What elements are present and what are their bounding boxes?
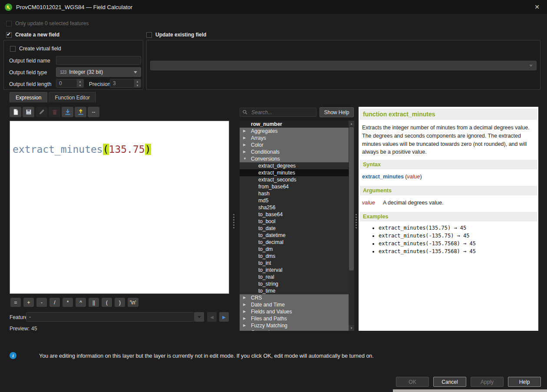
function-tree-item-to-datetime[interactable]: to_datetime xyxy=(240,232,349,239)
tab-expression[interactable]: Expression xyxy=(10,92,47,102)
operator-button-row: =+-/*^||()'\n' xyxy=(10,298,138,307)
tree-item-label: to_date xyxy=(258,225,276,231)
chevron-collapsed-icon[interactable]: ▶ xyxy=(243,315,246,322)
update-existing-field-checkbox[interactable]: Update existing field xyxy=(146,32,206,38)
new-expression-icon xyxy=(12,109,19,115)
operator-button-symbol[interactable]: + xyxy=(23,298,34,307)
scroll-down-icon[interactable]: ▼ xyxy=(349,325,354,331)
function-tree-item-fields-and-values[interactable]: ▶Fields and Values xyxy=(240,308,349,315)
operator-button-symbol[interactable]: ( xyxy=(102,298,112,307)
operator-button-symbol[interactable]: * xyxy=(63,298,73,307)
chevron-collapsed-icon[interactable]: ▶ xyxy=(243,322,246,329)
function-tree-item-to-real[interactable]: to_real xyxy=(240,273,349,280)
scrollbar-thumb[interactable] xyxy=(349,127,354,270)
export-expression-button[interactable] xyxy=(75,107,86,117)
operator-button-symbol[interactable]: ) xyxy=(115,298,125,307)
function-tree-item-to-date[interactable]: to_date xyxy=(240,225,349,232)
help-button[interactable]: Help xyxy=(508,377,541,387)
function-tree-item-from-base64[interactable]: from_base64 xyxy=(240,183,349,190)
next-feature-button[interactable]: ▶ xyxy=(219,312,229,322)
checkbox-icon xyxy=(6,21,12,26)
function-tree-item-to-interval[interactable]: to_interval xyxy=(240,267,349,273)
chevron-collapsed-icon[interactable]: ▶ xyxy=(243,135,246,142)
chevron-collapsed-icon[interactable]: ▶ xyxy=(243,142,246,148)
function-tree-item-fuzzy-matching[interactable]: ▶Fuzzy Matching xyxy=(240,322,349,329)
save-expression-button[interactable] xyxy=(23,107,34,117)
function-tree-item-to-dm[interactable]: to_dm xyxy=(240,246,349,253)
title-bar[interactable]: ProvCM01012021_WGS84 — Field Calculator … xyxy=(0,0,547,14)
function-tree-item-to-int[interactable]: to_int xyxy=(240,260,349,267)
function-tree-item-arrays[interactable]: ▶Arrays xyxy=(240,135,349,142)
feature-value: - xyxy=(29,314,31,320)
function-tree-item-date-and-time[interactable]: ▶Date and Time xyxy=(240,301,349,308)
function-tree-item-sha256[interactable]: sha256 xyxy=(240,204,349,211)
operator-button-symbol[interactable]: || xyxy=(89,298,99,307)
feature-dropdown-button[interactable] xyxy=(194,312,204,322)
function-tree-item-conversions[interactable]: ▼Conversions xyxy=(240,155,349,162)
function-tree-item-hash[interactable]: hash xyxy=(240,190,349,197)
splitter-handle[interactable] xyxy=(233,214,235,228)
function-tree-item-general[interactable]: ▶General xyxy=(240,329,349,331)
close-icon[interactable]: ✕ xyxy=(532,2,542,12)
cancel-button[interactable]: Cancel xyxy=(433,377,466,387)
precision-value: 3 xyxy=(113,80,116,86)
tree-item-label: sha256 xyxy=(258,204,275,211)
precision-spinner[interactable]: 3 ▲▼ xyxy=(110,79,141,88)
chevron-down-icon xyxy=(198,316,201,318)
dash-icon[interactable]: -- xyxy=(88,107,99,117)
operator-button-n[interactable]: '\n' xyxy=(128,298,138,307)
function-tree-item-to-base64[interactable]: to_base64 xyxy=(240,211,349,218)
apply-button: Apply xyxy=(471,377,504,387)
function-tree-item-conditionals[interactable]: ▶Conditionals xyxy=(240,148,349,155)
operator-button-symbol[interactable]: / xyxy=(49,298,60,307)
function-tree-item-color[interactable]: ▶Color xyxy=(240,142,349,148)
splitter-handle[interactable] xyxy=(355,214,357,228)
chevron-collapsed-icon[interactable]: ▶ xyxy=(243,301,246,308)
tab-function-editor[interactable]: Function Editor xyxy=(49,92,96,102)
feature-select[interactable]: - xyxy=(26,312,194,322)
function-tree-item-aggregates[interactable]: ▶Aggregates xyxy=(240,128,349,135)
function-tree-item-to-time[interactable]: to_time xyxy=(240,287,349,294)
operator-button-symbol[interactable]: ^ xyxy=(76,298,86,307)
function-tree-item-to-dms[interactable]: to_dms xyxy=(240,253,349,260)
chevron-collapsed-icon[interactable]: ▶ xyxy=(243,128,246,135)
output-field-length-spinner[interactable]: 0 ▲▼ xyxy=(56,79,84,88)
output-field-length-value: 0 xyxy=(59,80,62,86)
function-tree-scrollbar[interactable]: ▲ ▼ xyxy=(349,121,354,331)
function-tree-item-to-string[interactable]: to_string xyxy=(240,280,349,287)
spinner-arrows-icon[interactable]: ▲▼ xyxy=(76,79,83,87)
edit-expression-icon xyxy=(38,109,45,115)
output-field-type-select[interactable]: 123 Integer (32 bit) xyxy=(56,67,141,77)
create-virtual-field-checkbox[interactable]: Create virtual field xyxy=(10,46,61,52)
import-expression-button[interactable] xyxy=(62,107,73,117)
function-tree-item-extract-degrees[interactable]: extract_degrees xyxy=(240,162,349,169)
search-input[interactable] xyxy=(250,109,316,116)
help-description: Extracts the integer number of minutes f… xyxy=(359,120,538,158)
output-field-length-label: Output field length xyxy=(9,81,51,87)
existing-field-select xyxy=(150,61,537,70)
new-expression-button[interactable] xyxy=(10,107,21,117)
operator-button-symbol[interactable]: = xyxy=(10,298,21,307)
function-tree-item-extract-minutes[interactable]: extract_minutes xyxy=(240,169,349,176)
spinner-arrows-icon[interactable]: ▲▼ xyxy=(134,79,141,87)
function-tree-item-files-and-paths[interactable]: ▶Files and Paths xyxy=(240,315,349,322)
scroll-up-icon[interactable]: ▲ xyxy=(349,121,354,126)
operator-button-symbol[interactable]: - xyxy=(36,298,47,307)
function-tree-item-extract-seconds[interactable]: extract_seconds xyxy=(240,176,349,183)
function-tree-item-row-number[interactable]: row_number xyxy=(240,121,349,128)
chevron-collapsed-icon[interactable]: ▶ xyxy=(243,308,246,315)
example-item: extract_minutes(135.75) → 45 xyxy=(379,225,538,231)
show-help-button[interactable]: Show Help xyxy=(320,107,354,117)
chevron-collapsed-icon[interactable]: ▶ xyxy=(243,294,246,301)
create-new-field-checkbox[interactable]: Create a new field xyxy=(6,32,59,38)
tree-item-label: to_string xyxy=(258,281,278,287)
chevron-expanded-icon[interactable]: ▼ xyxy=(243,155,247,162)
function-tree-item-to-bool[interactable]: to_bool xyxy=(240,218,349,225)
chevron-collapsed-icon[interactable]: ▶ xyxy=(243,329,246,331)
function-tree-item-md5[interactable]: md5 xyxy=(240,197,349,204)
output-field-name-input[interactable] xyxy=(56,56,141,65)
function-tree-item-crs[interactable]: ▶CRS xyxy=(240,294,349,301)
function-tree-item-to-decimal[interactable]: to_decimal xyxy=(240,239,349,246)
chevron-collapsed-icon[interactable]: ▶ xyxy=(243,148,246,155)
expression-editor[interactable]: extract_minutes(135.75) xyxy=(10,121,229,294)
